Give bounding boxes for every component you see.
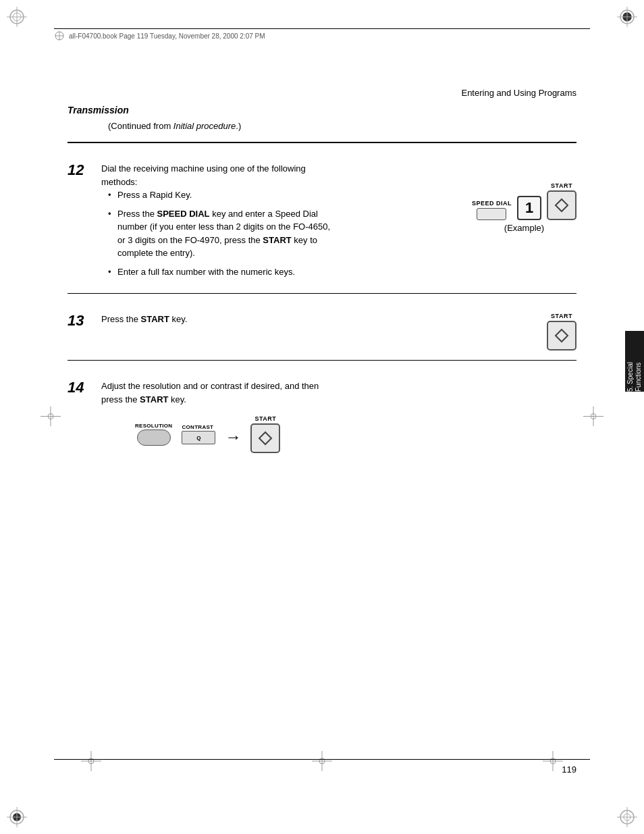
page-number: 119 — [562, 764, 576, 775]
corner-br — [597, 787, 637, 827]
step-14-graphic: RESOLUTION CONTRAST Q → START — [135, 415, 576, 453]
start-label-14: START — [255, 415, 277, 422]
svg-marker-26 — [556, 199, 568, 211]
section-title: Transmission — [68, 105, 576, 115]
resolution-button[interactable] — [137, 429, 171, 446]
step-14: 14 Adjust the resolution and or contrast… — [68, 370, 576, 463]
step-13-graphic: START — [547, 313, 576, 350]
rule-3 — [68, 360, 576, 361]
contrast-button[interactable]: Q — [182, 431, 215, 444]
rule-1 — [68, 142, 576, 143]
start-label-13: START — [551, 313, 572, 319]
rule-2 — [68, 293, 576, 294]
svg-marker-27 — [556, 330, 568, 342]
start-button-12[interactable] — [547, 190, 576, 220]
side-tab: 5. Special Functions — [625, 331, 644, 392]
corner-tr — [597, 7, 637, 47]
start-button-13[interactable] — [547, 321, 576, 350]
resolution-label: RESOLUTION — [135, 423, 172, 429]
step-13: 13 Press the START key. START — [68, 303, 576, 360]
number-box: 1 — [517, 196, 541, 220]
speed-dial-button[interactable] — [477, 208, 506, 220]
corner-tl — [7, 7, 47, 47]
step-12-bullets: Press a Rapid Key. Press the SPEED DIAL … — [101, 188, 331, 278]
diamond-icon-13 — [554, 328, 569, 343]
step-12-graphic: SPEED DIAL 1 START (Example) — [472, 182, 576, 233]
bullet-2: Press the SPEED DIAL key and enter a Spe… — [108, 207, 331, 260]
header-filename: all-F04700.book Page 119 Tuesday, Novemb… — [69, 32, 265, 40]
step-12-number: 12 — [68, 162, 101, 178]
example-text: (Example) — [504, 223, 544, 233]
corner-bl — [7, 787, 47, 827]
diamond-icon-14 — [258, 431, 273, 446]
step-12: 12 Dial the receiving machine using one … — [68, 153, 576, 293]
crosshair-bottom-center — [312, 751, 332, 773]
svg-marker-28 — [259, 432, 271, 444]
contrast-label: CONTRAST — [182, 424, 213, 430]
start-button-14[interactable] — [250, 423, 280, 453]
chapter-title: Entering and Using Programs — [461, 88, 576, 98]
step-13-text: Press the START key. — [101, 313, 331, 326]
step-13-number: 13 — [68, 313, 101, 329]
header-icon — [54, 30, 65, 41]
crosshair-mr — [583, 406, 603, 428]
diamond-icon-12 — [554, 198, 569, 213]
crosshair-bottom-left — [81, 751, 101, 773]
header-bar: all-F04700.book Page 119 Tuesday, Novemb… — [54, 28, 590, 41]
speed-dial-label: SPEED DIAL — [472, 200, 512, 207]
step-14-text: Adjust the resolution and or contrast if… — [101, 380, 331, 406]
step-12-text: Dial the receiving machine using one of … — [101, 162, 331, 278]
crosshair-bottom-right — [543, 751, 563, 773]
main-content: Transmission (Continued from Initial pro… — [68, 105, 576, 463]
crosshair-ml — [41, 406, 61, 428]
start-label-12: START — [551, 182, 572, 189]
bullet-3: Enter a full fax number with the numeric… — [108, 265, 331, 279]
step-14-number: 14 — [68, 380, 101, 396]
arrow-icon: → — [225, 427, 241, 446]
continued-text: (Continued from Initial procedure.) — [108, 121, 576, 131]
bullet-1: Press a Rapid Key. — [108, 188, 331, 202]
bottom-rule — [54, 759, 590, 760]
